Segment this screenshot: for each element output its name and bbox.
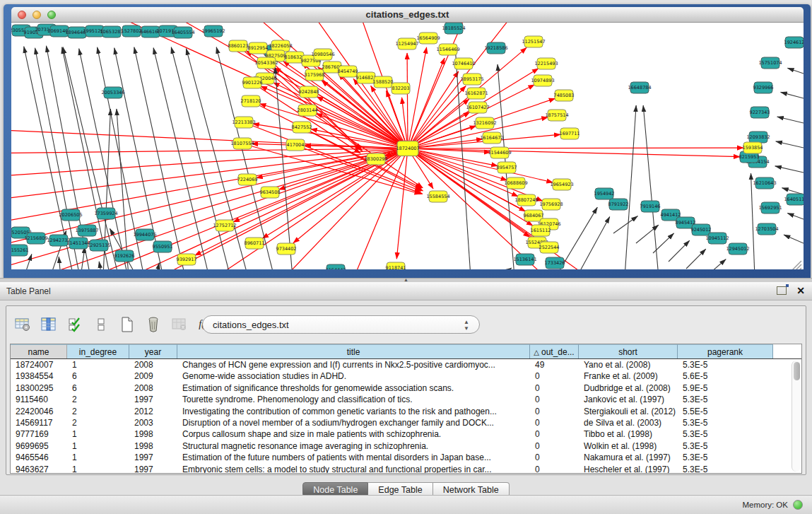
graph-node[interactable]: 9634508 — [260, 187, 281, 198]
graph-edge[interactable] — [669, 240, 690, 262]
graph-edge[interactable] — [776, 141, 804, 148]
graph-node[interactable]: 11544609 — [488, 147, 511, 158]
table-row[interactable]: 1830029562008Estimation of significance … — [11, 382, 801, 394]
graph-node[interactable]: 2522544 — [539, 242, 560, 253]
graph-edge[interactable] — [81, 247, 85, 269]
graph-edge[interactable] — [153, 48, 209, 269]
table-row[interactable]: 1456911722003Disruption of a novel membe… — [11, 417, 801, 428]
graph-node[interactable]: 16405112 — [784, 194, 804, 205]
graph-node[interactable]: 9901226 — [242, 77, 263, 88]
graph-node[interactable]: 9155261 — [11, 245, 28, 256]
graph-node[interactable]: 8960711 — [245, 238, 265, 249]
column-header-title[interactable]: title — [177, 344, 530, 358]
graph-node[interactable]: 18724007 — [396, 141, 419, 156]
graph-node[interactable]: 8860123 — [228, 40, 249, 52]
graph-edge[interactable] — [653, 233, 674, 253]
graph-node[interactable]: 8791922 — [608, 199, 629, 210]
graph-node[interactable]: 11546469 — [436, 44, 459, 55]
float-panel-icon[interactable] — [777, 286, 787, 295]
graph-node[interactable]: 12156809 — [24, 233, 47, 244]
graph-edge[interactable] — [275, 67, 293, 269]
table-row[interactable]: 946362711997Embryonic stem cells: a mode… — [11, 464, 801, 474]
table-row[interactable]: 946554611997Estimation of the future num… — [11, 452, 801, 463]
graph-node[interactable]: 9734402 — [276, 243, 297, 255]
graph-node[interactable]: 20053346 — [101, 87, 124, 98]
graph-edge[interactable] — [625, 105, 636, 269]
graph-node[interactable]: 9227343 — [750, 107, 770, 118]
table-row[interactable]: 911546021997Tourette syndrome. Phenomeno… — [11, 394, 801, 405]
graph-node[interactable]: 1615112 — [531, 225, 551, 236]
resize-grip-icon[interactable] — [792, 261, 801, 269]
graph-node[interactable]: 16107427 — [466, 102, 489, 113]
table-vertical-scrollbar[interactable] — [792, 361, 801, 472]
table-settings-icon[interactable] — [13, 315, 32, 334]
graph-node[interactable]: 11251547 — [522, 36, 545, 47]
graph-node[interactable]: 15751074 — [758, 57, 782, 69]
graph-node[interactable]: 18185524 — [442, 23, 465, 34]
graph-edge[interactable] — [24, 254, 32, 269]
citation-graph[interactable]: 2305572191905512073140620691406189464691… — [11, 23, 804, 269]
network-canvas[interactable]: 2305572191905512073140620691406189464691… — [11, 23, 804, 269]
graph-node[interactable]: 18300295 — [364, 153, 387, 165]
column-header-pagerank[interactable]: pagerank — [678, 344, 773, 358]
network-window-titlebar[interactable]: citations_edges.txt — [11, 7, 804, 23]
graph-edge[interactable] — [11, 148, 408, 252]
graph-node[interactable]: 12093832 — [746, 132, 770, 143]
graph-node[interactable]: 9118741 — [386, 262, 406, 269]
graph-edge[interactable] — [643, 105, 659, 269]
graph-node[interactable]: 16648784 — [628, 82, 651, 93]
graph-node[interactable]: 19965192 — [201, 25, 225, 37]
graph-node[interactable]: 16162871 — [464, 88, 488, 99]
graph-node[interactable]: 13975887 — [75, 225, 98, 236]
graph-node[interactable]: 7224069 — [237, 174, 258, 185]
graph-node[interactable]: 11254947 — [395, 38, 418, 49]
graph-edge[interactable] — [117, 109, 129, 269]
graph-node[interactable]: 18807249 — [514, 194, 538, 206]
graph-node[interactable]: 10980546 — [311, 49, 334, 60]
graph-edge[interactable] — [408, 148, 740, 157]
graph-node[interactable]: 7485083 — [554, 90, 575, 101]
column-header-name[interactable]: name — [11, 344, 67, 358]
graph-node[interactable]: 13216092 — [473, 117, 496, 129]
table-row[interactable]: 1938455462009Genome-wide association stu… — [11, 370, 801, 382]
graph-node[interactable]: 8454749 — [338, 66, 358, 77]
graph-edge[interactable] — [408, 47, 427, 148]
graph-edge[interactable] — [407, 53, 408, 148]
column-header-short[interactable]: short — [579, 344, 678, 358]
graph-node[interactable]: 12703504 — [755, 223, 778, 235]
table-row[interactable]: 969969511998Structural magnetic resonanc… — [11, 440, 801, 452]
graph-node[interactable]: 12925135 — [87, 240, 110, 251]
graph-node[interactable]: 1733426 — [545, 257, 565, 269]
graph-edge[interactable] — [245, 148, 408, 269]
graph-node[interactable]: 20206505 — [59, 209, 82, 221]
graph-edge[interactable] — [613, 216, 637, 233]
graph-edge[interactable] — [787, 214, 804, 219]
graph-edge[interactable] — [775, 166, 804, 173]
graph-node[interactable]: 15692951 — [758, 202, 782, 214]
graph-node[interactable]: 1924612 — [784, 37, 804, 48]
graph-node[interactable]: 19218586 — [484, 42, 507, 54]
graph-node[interactable]: 16405554 — [171, 27, 194, 38]
graph-node[interactable]: 1588520 — [373, 76, 394, 88]
graph-node[interactable]: 16564909 — [416, 33, 440, 44]
graph-node[interactable]: 417004 — [286, 139, 305, 151]
scrollbar-thumb[interactable] — [794, 362, 800, 380]
graph-node[interactable]: 18953175 — [460, 74, 483, 85]
graph-node[interactable]: 7919146 — [640, 201, 661, 212]
graph-node[interactable]: 3175968 — [305, 69, 325, 81]
close-panel-icon[interactable]: ✕ — [796, 286, 805, 296]
graph-node[interactable]: 8954757 — [497, 162, 517, 173]
graph-edge[interactable] — [396, 148, 408, 259]
graph-node[interactable]: 19756928 — [539, 199, 563, 210]
graph-edge[interactable] — [751, 173, 755, 269]
graph-node[interactable]: 16210643 — [753, 177, 776, 189]
graph-edge[interactable] — [506, 268, 512, 269]
graph-edge[interactable] — [408, 71, 459, 148]
graph-node[interactable]: 8912954 — [248, 42, 269, 54]
select-rows-icon[interactable] — [66, 315, 84, 334]
graph-node[interactable]: 18107554 — [230, 138, 254, 149]
column-header-in_degree[interactable]: in_degree — [67, 344, 129, 358]
graph-node[interactable]: 9192626 — [114, 250, 135, 262]
graph-node[interactable]: 1527802 — [122, 25, 142, 37]
graph-edge[interactable] — [787, 68, 804, 74]
